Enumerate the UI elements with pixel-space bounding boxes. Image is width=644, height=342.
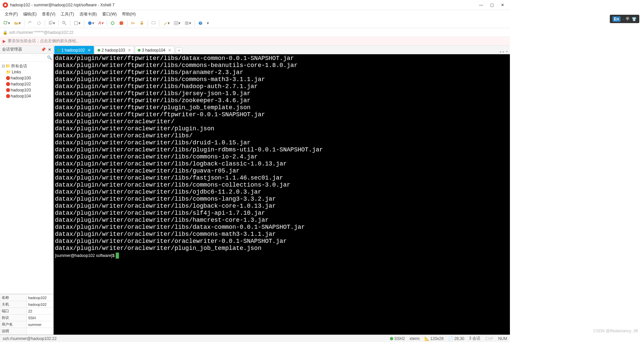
separator [58, 20, 59, 26]
flag-icon: ▶ [3, 39, 6, 44]
menu-tools[interactable]: 工具(T) [58, 11, 76, 18]
paste-button[interactable]: ▾ [72, 20, 82, 26]
menu-bar: 文件(F) 编辑(E) 查看(V) 工具(T) 选项卡(B) 窗口(W) 帮助(… [0, 10, 510, 18]
tree-host[interactable]: hadoop104 [1, 93, 52, 99]
address-bar[interactable]: 🔒 ssh://summer:******@hadoop102:22 [0, 28, 510, 37]
status-term: xterm [410, 336, 420, 341]
session-tree: ⊟📁所有会话 📁Links hadoop100 hadoop102 hadoop… [0, 62, 53, 294]
stop-button[interactable] [118, 20, 125, 26]
open-button[interactable]: ▾ [13, 20, 22, 26]
session-icon [6, 94, 10, 98]
toolbar: ▾ ▾ ▾ ▾ ▾ A▾ ▾ ▾ ▾ ? ▾ [0, 18, 510, 28]
menu-help[interactable]: 帮助(H) [119, 11, 138, 18]
status-ssh: SSH2 [390, 336, 405, 341]
status-caps: CAP [485, 336, 493, 341]
status-dot-icon [138, 49, 140, 52]
disconnect-button[interactable] [35, 20, 43, 26]
menu-tabs[interactable]: 选项卡(B) [77, 11, 100, 18]
prop-row: 协议SSH [0, 315, 53, 321]
sidebar-close-icon[interactable]: ✕ [48, 47, 51, 52]
status-num: NUM [498, 336, 507, 341]
new-session-button[interactable]: ▾ [2, 20, 11, 26]
status-dot-icon [57, 49, 60, 52]
session-icon [6, 88, 10, 92]
separator [127, 20, 127, 26]
copy-button[interactable]: ▾ [47, 20, 56, 26]
highlight-button[interactable]: ▾ [162, 20, 171, 26]
svg-rect-3 [50, 21, 52, 23]
tree-links[interactable]: 📁Links [1, 69, 52, 75]
tab-hadoop104[interactable]: 3 hadoop104✕ [135, 46, 174, 54]
menu-window[interactable]: 窗口(W) [100, 11, 119, 18]
status-sess: 3 会话 [469, 336, 480, 341]
reconnect-button[interactable] [26, 20, 34, 26]
maximize-button[interactable]: ▢ [487, 0, 496, 10]
helpdd-button[interactable]: ▾ [206, 20, 210, 26]
pin-icon[interactable]: 📌 [41, 47, 46, 52]
tab-menu-icon[interactable]: ▾ [506, 49, 508, 54]
separator [70, 20, 70, 26]
minimize-button[interactable]: — [476, 0, 486, 10]
tree-host[interactable]: hadoop100 [1, 75, 52, 81]
window-title: hadoop102 - summer@hadoop102:/opt/softwa… [10, 3, 475, 7]
svg-point-6 [88, 21, 92, 25]
help-button[interactable]: ? [197, 20, 204, 26]
search-button[interactable] [61, 20, 68, 26]
separator [159, 20, 160, 26]
status-addr: ssh://summer@hadoop102:22 [3, 336, 57, 341]
sidebar-search[interactable]: 🔍 [0, 54, 53, 62]
tree-root[interactable]: ⊟📁所有会话 [1, 63, 52, 69]
lock-button[interactable] [138, 20, 145, 26]
separator [194, 20, 195, 26]
sidebar-header: 会话管理器 📌 ✕ [0, 46, 53, 54]
menu-view[interactable]: 查看(V) [39, 11, 58, 18]
status-dot-icon [98, 49, 100, 52]
status-size: 📐 120x29 [424, 336, 444, 341]
svg-text:?: ? [199, 21, 201, 25]
tab-add-button[interactable]: + [176, 47, 182, 54]
font-button[interactable]: A▾ [97, 20, 105, 26]
content-area: 1 hadoop102✕ 2 hadoop103✕ 3 hadoop104✕ +… [54, 46, 510, 335]
separator [45, 20, 45, 26]
status-pos: 📄 29,30 [448, 336, 464, 341]
key-button[interactable] [129, 20, 137, 26]
layout-button[interactable]: ▾ [172, 20, 182, 26]
globe-button[interactable]: ▾ [86, 20, 96, 26]
sidebar-title: 会话管理器 [2, 47, 22, 52]
prop-row: 名称hadoop102 [0, 294, 53, 301]
bookmark-button[interactable] [150, 20, 157, 26]
tab-close-icon[interactable]: ✕ [168, 48, 171, 53]
session-icon [6, 76, 10, 80]
svg-rect-0 [4, 21, 7, 24]
tab-hadoop103[interactable]: 2 hadoop103✕ [95, 46, 134, 54]
close-button[interactable]: ✕ [498, 0, 507, 10]
tab-nav: ◂ ▸ ▾ [499, 49, 510, 54]
refresh-button[interactable] [109, 20, 116, 26]
lock-icon: 🔒 [3, 30, 8, 35]
svg-point-8 [131, 22, 133, 24]
separator [107, 20, 107, 26]
connected-icon [390, 337, 393, 340]
terminal[interactable]: datax/plugin/writer/ftpwriter/libs/datax… [54, 54, 510, 335]
tree-host[interactable]: hadoop102 [1, 81, 52, 87]
prop-row: 主机hadoop102 [0, 301, 53, 308]
app-logo-icon [3, 2, 8, 8]
menu-file[interactable]: 文件(F) [2, 11, 20, 18]
tab-close-icon[interactable]: ✕ [128, 48, 131, 53]
tab-hadoop102[interactable]: 1 hadoop102✕ [54, 46, 94, 54]
menu-edit[interactable]: 编辑(E) [20, 11, 39, 18]
svg-point-4 [63, 21, 65, 23]
tab-next-icon[interactable]: ▸ [503, 49, 505, 54]
svg-marker-7 [119, 21, 123, 25]
tree-host[interactable]: hadoop103 [1, 87, 52, 93]
list-button[interactable]: ▾ [183, 20, 192, 26]
svg-rect-5 [75, 21, 78, 25]
tab-close-icon[interactable]: ✕ [87, 48, 91, 53]
separator [24, 20, 24, 26]
tab-prev-icon[interactable]: ◂ [499, 49, 501, 54]
session-icon [6, 82, 10, 86]
search-icon: 🔍 [47, 55, 52, 60]
hint-bar: ▶ 要添加当前会话，点击左侧的箭头按钮。 [0, 37, 510, 46]
address-text: ssh://summer:******@hadoop102:22 [9, 30, 73, 35]
properties-panel: 名称hadoop102 主机hadoop102 端口22 协议SSH 用户名su… [0, 294, 53, 335]
